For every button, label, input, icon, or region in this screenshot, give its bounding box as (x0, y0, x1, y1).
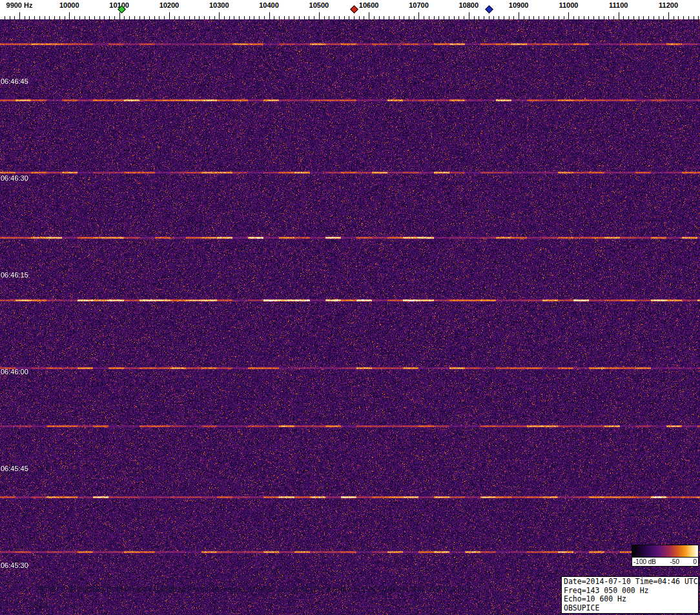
observation-info-box: Date=2014-07-10 Time=04:46 UTC Freq=143 … (561, 576, 699, 614)
freq-tick (639, 16, 639, 19)
freq-tick (654, 16, 654, 19)
freq-tick-label: 10500 (309, 1, 329, 9)
info-date-time: Date=2014-07-10 Time=04:46 UTC (564, 578, 696, 587)
freq-tick (364, 16, 364, 19)
freq-tick (284, 16, 285, 19)
freq-tick (404, 16, 404, 19)
colorbar-legend: -100 dB -50 0 (632, 545, 699, 567)
freq-tick (434, 16, 435, 19)
freq-tick (219, 12, 220, 19)
freq-tick (184, 16, 185, 19)
time-offset-note: ^t+23 (30, 601, 48, 609)
freq-tick (474, 16, 475, 19)
freq-tick (94, 16, 95, 19)
freq-tick (454, 16, 455, 19)
spectrogram-canvas[interactable] (0, 19, 700, 615)
freq-tick (139, 16, 140, 19)
freq-tick (604, 16, 604, 19)
freq-tick (39, 16, 40, 19)
freq-tick (444, 16, 444, 19)
freq-tick (149, 16, 150, 19)
waterfall-spectrogram[interactable]: 06:46:4506:46:3006:46:1506:46:0006:45:45… (0, 19, 700, 615)
freq-tick (45, 16, 45, 19)
freq-tick (324, 16, 325, 19)
freq-tick (189, 16, 190, 19)
freq-tick (548, 16, 549, 19)
freq-tick (5, 16, 5, 19)
freq-tick (304, 16, 305, 19)
blue-frequency-marker-diamond[interactable] (485, 5, 493, 14)
freq-tick (174, 16, 175, 19)
freq-tick (568, 12, 569, 19)
freq-tick (539, 16, 539, 19)
freq-tick (449, 16, 449, 19)
freq-tick (144, 16, 145, 19)
freq-tick (49, 16, 50, 19)
freq-tick (214, 16, 215, 19)
freq-tick (29, 16, 30, 19)
colorbar-gradient (632, 545, 699, 558)
freq-tick (509, 16, 510, 19)
freq-tick (194, 16, 195, 19)
time-axis-label: 06:46:30 (1, 174, 28, 182)
freq-tick (314, 16, 314, 19)
freq-tick (59, 16, 60, 19)
freq-tick-label: 10800 (458, 1, 479, 9)
freq-tick (559, 16, 559, 19)
freq-tick (489, 16, 489, 19)
freq-tick (529, 16, 530, 19)
freq-tick (264, 16, 265, 19)
info-echo: Echo=10 600 Hz (564, 595, 696, 604)
freq-tick (109, 16, 110, 19)
freq-tick (124, 16, 125, 19)
frequency-ruler[interactable]: 9900 Hz100001010010200103001040010500106… (0, 0, 700, 19)
freq-tick (579, 16, 579, 19)
freq-tick (234, 16, 234, 19)
freq-tick (678, 16, 679, 19)
freq-tick (114, 16, 115, 19)
freq-tick (294, 16, 294, 19)
freq-tick (179, 16, 180, 19)
freq-tick-label: 11200 (659, 1, 678, 9)
freq-tick (119, 12, 120, 19)
freq-tick (249, 16, 250, 19)
freq-tick (159, 16, 160, 19)
freq-tick (244, 16, 245, 19)
freq-tick (65, 16, 65, 19)
freq-tick (34, 16, 35, 19)
freq-tick (608, 16, 609, 19)
freq-tick (389, 16, 389, 19)
freq-tick (553, 16, 554, 19)
freq-tick (504, 16, 504, 19)
freq-tick-label: 11000 (559, 1, 578, 9)
freq-tick (479, 16, 479, 19)
freq-tick (648, 16, 649, 19)
freq-tick (154, 16, 155, 19)
freq-tick-label: 10600 (359, 1, 379, 9)
freq-tick (409, 16, 409, 19)
freq-tick (513, 16, 514, 19)
colorbar-scale-labels: -100 dB -50 0 (632, 558, 699, 567)
freq-tick (524, 16, 524, 19)
red-frequency-marker-diamond[interactable] (350, 5, 358, 14)
freq-tick (613, 16, 614, 19)
freq-tick (499, 16, 499, 19)
freq-tick (289, 16, 289, 19)
freq-tick (659, 16, 659, 19)
freq-tick (69, 12, 70, 19)
freq-tick (89, 16, 90, 19)
freq-tick (623, 16, 624, 19)
freq-tick (424, 16, 424, 19)
freq-tick (10, 16, 10, 19)
detection-status-line: 20140710044523664 hCnt44 nb-86 f10590 hi… (36, 585, 471, 593)
time-axis-label: 06:45:30 (1, 561, 28, 569)
freq-tick (399, 16, 400, 19)
freq-tick (74, 16, 75, 19)
freq-tick (54, 16, 55, 19)
freq-tick (79, 16, 80, 19)
freq-tick (584, 16, 584, 19)
freq-tick (418, 12, 419, 19)
freq-tick (344, 16, 345, 19)
freq-tick (204, 16, 205, 19)
freq-tick (593, 16, 594, 19)
